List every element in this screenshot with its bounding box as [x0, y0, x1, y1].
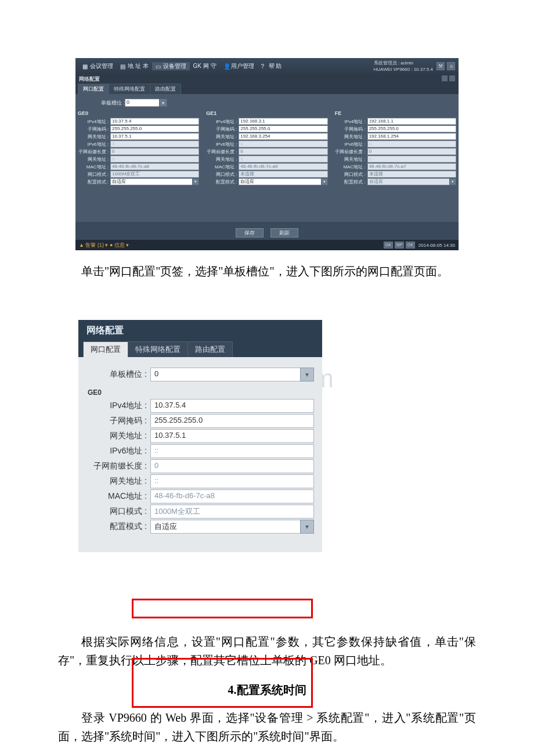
ge0-ipv6[interactable]: ::: [110, 141, 199, 147]
network-config-screenshot: www.bdocx.com 网络配置 网口配置 特殊网络配置 路由配置 单板槽位…: [78, 291, 322, 622]
lbl-gateway: 网关地址 :: [206, 134, 239, 140]
pin-icon[interactable]: [442, 75, 448, 81]
s2-ipv4[interactable]: 10.37.5.4: [150, 399, 314, 413]
s2-prefix[interactable]: 0: [150, 459, 314, 473]
tab-specialnet[interactable]: 特殊网络配置: [109, 84, 150, 94]
tab-netconfig[interactable]: 网口配置: [78, 84, 109, 94]
s2-lbl-gateway: 网关地址 :: [86, 431, 150, 441]
chevron-down-icon[interactable]: ▾: [192, 178, 199, 185]
info-icon: ●: [110, 242, 113, 248]
ge0-subnet[interactable]: 255.255.255.0: [110, 125, 199, 132]
fe-ipv4[interactable]: 192.168.1.1: [367, 118, 456, 125]
chevron-down-icon[interactable]: ▾: [159, 99, 167, 107]
ge1-ipv6[interactable]: ::: [239, 141, 327, 147]
menu-user[interactable]: 👤用户管理: [220, 62, 258, 70]
ge0-gateway[interactable]: 10.37.5.1: [110, 133, 199, 140]
fe-ipv6[interactable]: ::: [367, 141, 456, 147]
sysadmin-label: 系统管理员 : admin: [374, 60, 433, 66]
ge0-mode: 1000M全双工: [110, 171, 199, 178]
s2-tab-net[interactable]: 网口配置: [83, 341, 128, 357]
book-icon: ▤: [120, 63, 126, 69]
ge1-cfgmode[interactable]: 自适应: [239, 178, 321, 185]
help-icon: ?: [261, 63, 267, 69]
slot-select[interactable]: 0▾: [125, 99, 160, 107]
fe-gateway[interactable]: 192.168.1.254: [367, 133, 456, 140]
fe-cfgmode[interactable]: 自适应: [367, 178, 450, 185]
tools-icon[interactable]: ⚒: [436, 62, 445, 70]
config-body: 单板槽位 : 0▾ GE0 IPv4地址 :10.37.5.4 子网掩码 :25…: [75, 94, 459, 222]
s2-tab-special[interactable]: 特殊网络配置: [128, 341, 188, 357]
tab-route[interactable]: 路由配置: [150, 84, 181, 94]
button-bar: 保存 刷新: [75, 222, 459, 240]
s2-lbl-gw6: 网关地址 :: [86, 476, 150, 487]
lbl-mac: MAC地址 :: [335, 164, 367, 170]
s2-mode: 1000M全双工: [150, 505, 314, 519]
lbl-cfgmode: 配置模式 :: [335, 179, 367, 185]
lbl-mode: 网口模式 :: [78, 171, 110, 178]
status-bar: ▲ 告警 (1) ▾ ● 信息 ▾ GK SIP GK 2014-08-05 1…: [75, 240, 459, 250]
user-icon: 👤: [223, 63, 229, 69]
menu-help[interactable]: ?帮 助: [258, 62, 286, 70]
status-sip-badge: SIP: [395, 242, 404, 249]
slot-value: 0: [127, 99, 129, 105]
tabs-row: 网口配置 特殊网络配置 路由配置: [75, 84, 459, 94]
ge0-gw6[interactable]: ::: [110, 156, 199, 163]
refresh-button[interactable]: 刷新: [270, 228, 298, 237]
logout-icon[interactable]: ⎋: [447, 62, 455, 70]
menu-gk-label: GK 网 守: [193, 62, 217, 70]
col-fe-title: FE: [335, 110, 456, 116]
s2-subnet[interactable]: 255.255.255.0: [150, 414, 314, 428]
s2-gateway[interactable]: 10.37.5.1: [150, 429, 314, 443]
s2-ge-title: GE0: [88, 388, 314, 397]
menu-device[interactable]: ▭设备管理: [152, 62, 190, 70]
s2-gw6[interactable]: ::: [150, 474, 314, 488]
s2-lbl-mac: MAC地址 :: [86, 491, 150, 502]
menu-gk[interactable]: GK 网 守: [190, 62, 220, 70]
chevron-down-icon[interactable]: ▾: [321, 178, 328, 185]
lbl-gw6: 网关地址 :: [206, 156, 239, 163]
lbl-ipv4: IPv4地址 :: [78, 118, 110, 125]
s2-lbl-prefix: 子网前缀长度 :: [86, 461, 150, 471]
ge0-prefix[interactable]: 0: [110, 148, 199, 155]
s2-mac: 48-46-fb-d6-7c-a8: [150, 489, 314, 503]
status-gk2-badge: GK: [406, 242, 415, 249]
s2-lbl-cfgmode: 配置模式 :: [86, 521, 150, 532]
fe-subnet[interactable]: 255.255.255.0: [367, 125, 456, 132]
lbl-gateway: 网关地址 :: [78, 134, 110, 140]
ge1-mac: 48-46-fb-d6-7c-a9: [239, 163, 327, 170]
ge1-gw6[interactable]: ::: [239, 156, 327, 163]
ge1-subnet[interactable]: 255.255.255.0: [239, 125, 327, 132]
s2-ipv6[interactable]: ::: [150, 444, 314, 458]
lbl-mac: MAC地址 :: [78, 164, 110, 170]
slot-label: 单板槽位 :: [101, 99, 125, 107]
ge1-prefix[interactable]: 0: [239, 148, 327, 155]
menu-addressbook[interactable]: ▤地 址 本: [117, 62, 152, 70]
s2-cfgmode[interactable]: 自适应: [150, 520, 301, 534]
save-button[interactable]: 保存: [236, 228, 264, 237]
lbl-cfgmode: 配置模式 :: [78, 179, 110, 185]
status-gk-badge: GK: [384, 242, 393, 249]
ge1-ipv4[interactable]: 192.168.3.1: [239, 118, 327, 125]
warning-icon: ▲: [79, 242, 84, 248]
grid-icon: ▦: [82, 63, 88, 69]
ge0-cfgmode[interactable]: 自适应: [110, 178, 193, 185]
lbl-ipv6: IPv6地址 :: [206, 141, 239, 147]
lbl-prefix: 子网前缀长度 :: [206, 149, 239, 155]
ge1-gateway[interactable]: 192.168.3.254: [239, 133, 327, 140]
lbl-cfgmode: 配置模式 :: [206, 179, 239, 185]
section-title-row: 网络配置: [75, 74, 459, 84]
info-text[interactable]: 信息 ▾: [114, 242, 129, 249]
chevron-down-icon[interactable]: ▾: [449, 178, 456, 185]
chevron-down-icon[interactable]: ▾: [300, 368, 314, 381]
menu-meeting[interactable]: ▦会议管理: [79, 62, 117, 70]
fe-prefix[interactable]: 0: [367, 148, 456, 155]
s2-slot-value[interactable]: 0: [150, 368, 301, 381]
pin-icon-2[interactable]: [449, 75, 455, 81]
chevron-down-icon[interactable]: ▾: [300, 520, 314, 534]
s2-title: 网络配置: [78, 320, 322, 341]
alert-text[interactable]: 告警 (1) ▾: [85, 242, 108, 249]
monitor-icon: ▭: [156, 63, 161, 69]
fe-gw6[interactable]: ::: [367, 156, 456, 163]
ge0-ipv4[interactable]: 10.37.5.4: [110, 118, 199, 125]
s2-tab-route[interactable]: 路由配置: [187, 341, 233, 357]
